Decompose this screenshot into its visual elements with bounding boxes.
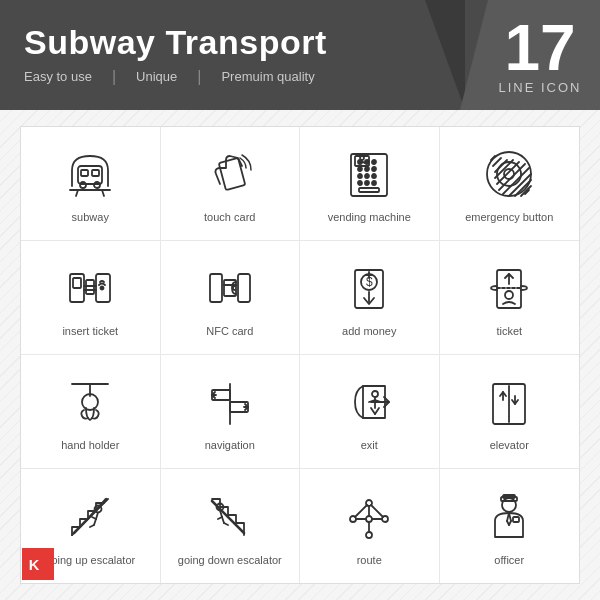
svg-point-13: [358, 167, 362, 171]
svg-point-38: [504, 169, 514, 179]
subtitle-easy: Easy to use: [24, 69, 102, 84]
ticket-icon: [479, 258, 539, 318]
svg-point-20: [365, 181, 369, 185]
subway-label: subway: [72, 210, 109, 224]
svg-line-69: [371, 408, 375, 414]
icon-cell-officer: officer: [440, 469, 580, 583]
officer-icon: [479, 487, 539, 547]
icon-cell-vending-machine: vending machine: [300, 127, 440, 241]
svg-line-85: [224, 523, 228, 525]
navigation-label: navigation: [205, 438, 255, 452]
svg-line-84: [222, 517, 224, 523]
page-container: Subway Transport Easy to use | Unique | …: [0, 0, 600, 600]
elevator-icon: [479, 372, 539, 432]
svg-rect-44: [73, 278, 81, 288]
icon-count: 17: [504, 16, 575, 80]
nfc-card-label: NFC card: [206, 324, 253, 338]
svg-line-27: [493, 158, 501, 166]
svg-rect-1: [81, 170, 88, 176]
hand-holder-label: hand holder: [61, 438, 119, 452]
emergency-button-icon: [479, 144, 539, 204]
svg-line-70: [375, 408, 379, 414]
svg-line-96: [371, 505, 383, 517]
svg-point-21: [372, 181, 376, 185]
svg-point-19: [358, 181, 362, 185]
svg-text:K: K: [29, 557, 40, 573]
header-right: 17 LINE ICON: [460, 0, 600, 110]
svg-point-37: [497, 162, 521, 186]
hand-holder-icon: [60, 372, 120, 432]
subtitle-quality: Premuim quality: [211, 69, 324, 84]
nfc-card-icon: [200, 258, 260, 318]
svg-point-17: [365, 174, 369, 178]
svg-point-59: [505, 291, 513, 299]
icon-cell-navigation: navigation: [161, 355, 301, 469]
main-content: subway touch card: [0, 110, 600, 600]
svg-rect-22: [359, 188, 379, 192]
touch-card-icon: [200, 144, 260, 204]
emergency-button-label: emergency button: [465, 210, 553, 224]
add-money-label: add money: [342, 324, 396, 338]
icon-cell-ticket: ticket: [440, 241, 580, 355]
going-down-escalator-icon: [200, 487, 260, 547]
subtitle-unique: Unique: [126, 69, 187, 84]
svg-point-3: [80, 182, 86, 188]
going-up-escalator-label: going up escalator: [45, 553, 135, 567]
exit-icon: [339, 372, 399, 432]
route-label: route: [357, 553, 382, 567]
icon-cell-nfc-card: NFC card: [161, 241, 301, 355]
divider-2: |: [187, 68, 211, 86]
svg-point-18: [372, 174, 376, 178]
elevator-label: elevator: [490, 438, 529, 452]
watermark: K: [22, 548, 54, 580]
watermark-icon: K: [27, 553, 49, 575]
svg-line-103: [509, 521, 511, 525]
svg-point-4: [94, 182, 100, 188]
going-down-escalator-label: going down escalator: [178, 553, 282, 567]
svg-point-14: [365, 167, 369, 171]
icon-cell-hand-holder: hand holder: [21, 355, 161, 469]
svg-point-45: [101, 287, 104, 290]
icon-cell-going-down-escalator: going down escalator: [161, 469, 301, 583]
icon-cell-touch-card: touch card: [161, 127, 301, 241]
svg-line-101: [509, 513, 511, 521]
icon-cell-subway: subway: [21, 127, 161, 241]
add-money-icon: $: [339, 258, 399, 318]
svg-point-16: [358, 174, 362, 178]
icon-cell-elevator: elevator: [440, 355, 580, 469]
svg-line-80: [90, 525, 94, 527]
icon-cell-route: route: [300, 469, 440, 583]
insert-ticket-icon: [60, 258, 120, 318]
route-icon: [339, 487, 399, 547]
exit-label: exit: [361, 438, 378, 452]
divider-1: |: [102, 68, 126, 86]
icon-cell-add-money: $ add money: [300, 241, 440, 355]
going-up-escalator-icon: [60, 487, 120, 547]
svg-point-89: [366, 532, 372, 538]
insert-ticket-label: insert ticket: [62, 324, 118, 338]
officer-label: officer: [494, 553, 524, 567]
line-icon-label: LINE ICON: [498, 80, 581, 95]
svg-line-79: [94, 519, 96, 525]
ticket-label: ticket: [496, 324, 522, 338]
svg-point-24: [360, 156, 364, 160]
header-subtitle: Easy to use | Unique | Premuim quality: [24, 68, 436, 86]
icon-cell-emergency-button: emergency button: [440, 127, 580, 241]
icon-grid: subway touch card: [20, 126, 580, 584]
navigation-icon: [200, 372, 260, 432]
svg-line-77: [96, 512, 98, 519]
svg-point-15: [372, 167, 376, 171]
icon-cell-exit: exit: [300, 355, 440, 469]
svg-rect-43: [86, 280, 94, 294]
header-left: Subway Transport Easy to use | Unique | …: [0, 0, 460, 110]
vending-machine-icon: [339, 144, 399, 204]
svg-rect-46: [210, 274, 222, 302]
touch-card-label: touch card: [204, 210, 255, 224]
header: Subway Transport Easy to use | Unique | …: [0, 0, 600, 110]
svg-point-12: [372, 160, 376, 164]
page-title: Subway Transport: [24, 24, 436, 61]
svg-line-95: [355, 505, 367, 517]
svg-rect-2: [92, 170, 99, 176]
svg-rect-47: [238, 274, 250, 302]
icon-cell-insert-ticket: insert ticket: [21, 241, 161, 355]
